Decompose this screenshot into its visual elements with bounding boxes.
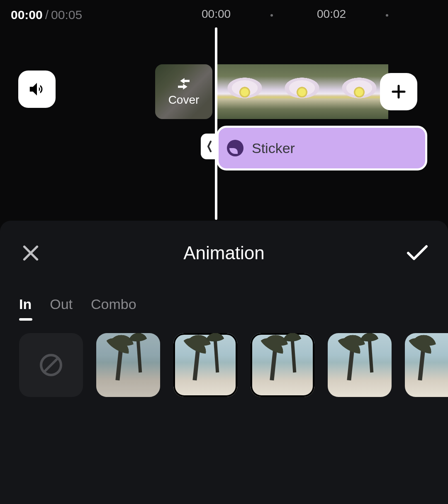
sticker-icon: [227, 140, 243, 156]
chevron-left-icon: [207, 140, 212, 153]
timeline[interactable]: Cover Sticker: [0, 25, 448, 220]
close-icon: [22, 244, 40, 262]
animation-options[interactable]: [0, 318, 448, 397]
cover-label: Cover: [168, 93, 200, 107]
time-display: 00:00 / 00:05: [0, 7, 448, 23]
clip-thumbnail[interactable]: [273, 64, 331, 119]
cover-button[interactable]: Cover: [155, 64, 212, 119]
animation-panel: Animation In Out Combo: [0, 221, 448, 504]
animation-preset[interactable]: [251, 333, 314, 397]
clip-thumbnail[interactable]: [330, 64, 388, 119]
tab-in[interactable]: In: [19, 296, 32, 318]
sticker-track-item[interactable]: Sticker: [217, 126, 427, 170]
animation-preset[interactable]: [96, 333, 160, 397]
animation-none[interactable]: [19, 333, 83, 397]
animation-preset[interactable]: [405, 333, 448, 397]
animation-tabs: In Out Combo: [0, 273, 448, 318]
sticker-label: Sticker: [252, 140, 295, 156]
none-icon: [39, 353, 63, 377]
total-duration: 00:05: [51, 8, 82, 22]
animation-preset[interactable]: [328, 333, 392, 397]
tab-out[interactable]: Out: [50, 296, 73, 318]
check-icon: [406, 245, 429, 261]
swap-icon: [175, 77, 192, 91]
tab-combo[interactable]: Combo: [91, 296, 136, 318]
volume-icon: [27, 80, 46, 99]
panel-title: Animation: [183, 243, 265, 263]
close-button[interactable]: [18, 241, 43, 265]
clip-thumbnail[interactable]: [216, 64, 274, 119]
playhead[interactable]: [215, 27, 217, 220]
time-separator: /: [45, 8, 49, 22]
audio-button[interactable]: [18, 71, 56, 108]
confirm-button[interactable]: [405, 241, 430, 265]
add-clip-button[interactable]: [380, 73, 417, 110]
animation-preset[interactable]: [173, 333, 237, 397]
video-clip-track[interactable]: [216, 64, 389, 119]
plus-icon: [390, 83, 407, 100]
current-time: 00:00: [11, 8, 43, 22]
